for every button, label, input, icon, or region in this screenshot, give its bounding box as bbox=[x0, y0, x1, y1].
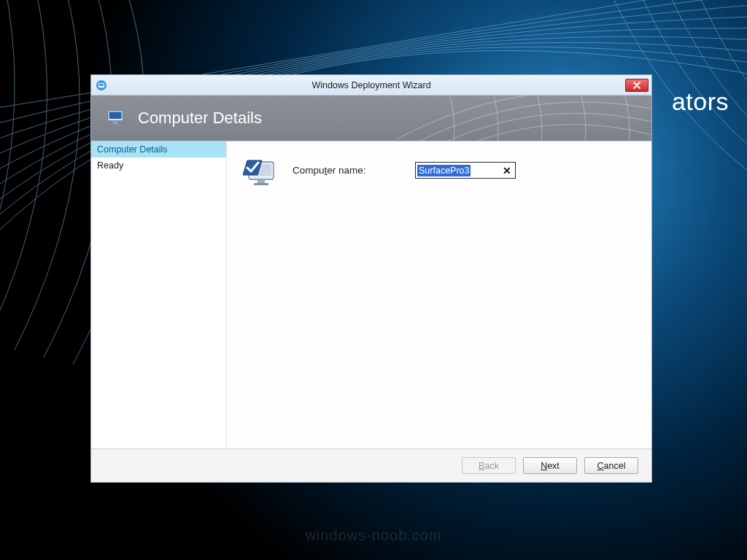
sidebar-item-ready[interactable]: Ready bbox=[91, 158, 226, 174]
back-button: Back bbox=[462, 457, 516, 474]
watermark-text: windows-noob.com bbox=[305, 527, 441, 544]
wizard-content: Computer name: SurfacePro3 ✕ bbox=[227, 141, 651, 448]
banner-mesh-icon bbox=[396, 96, 651, 141]
banner: Computer Details bbox=[91, 96, 651, 141]
svg-rect-10 bbox=[254, 183, 268, 185]
cancel-button[interactable]: Cancel bbox=[584, 457, 638, 474]
dialog-body: Computer Details Ready Computer name: Su… bbox=[91, 141, 651, 448]
computer-check-icon bbox=[243, 155, 279, 191]
window-title: Windows Deployment Wizard bbox=[91, 80, 651, 90]
svg-rect-2 bbox=[99, 84, 104, 86]
svg-rect-4 bbox=[109, 112, 122, 119]
wizard-footer: Back Next Cancel bbox=[91, 448, 651, 482]
svg-rect-6 bbox=[112, 124, 120, 125]
label-text-pre: Compu bbox=[293, 165, 325, 176]
sidebar-item-computer-details[interactable]: Computer Details bbox=[91, 141, 226, 158]
next-button[interactable]: Next bbox=[523, 457, 577, 474]
svg-rect-5 bbox=[113, 122, 117, 124]
clear-input-icon[interactable]: ✕ bbox=[500, 165, 514, 176]
computer-name-row: Computer name: SurfacePro3 ✕ bbox=[243, 155, 635, 191]
close-icon bbox=[633, 82, 640, 89]
background-partial-text: ators bbox=[672, 88, 729, 116]
monitor-icon bbox=[106, 107, 128, 129]
label-text-post: er name: bbox=[327, 165, 365, 176]
wizard-sidebar: Computer Details Ready bbox=[91, 141, 227, 448]
close-button[interactable] bbox=[625, 79, 649, 92]
titlebar[interactable]: Windows Deployment Wizard bbox=[91, 75, 651, 96]
svg-rect-9 bbox=[258, 180, 265, 183]
app-icon bbox=[96, 79, 107, 91]
banner-title: Computer Details bbox=[138, 109, 262, 128]
computer-name-label: Computer name: bbox=[293, 155, 402, 176]
computer-name-input[interactable]: SurfacePro3 ✕ bbox=[415, 162, 516, 179]
computer-name-value: SurfacePro3 bbox=[417, 165, 471, 176]
wizard-dialog: Windows Deployment Wizard Computer Detai… bbox=[90, 74, 652, 483]
